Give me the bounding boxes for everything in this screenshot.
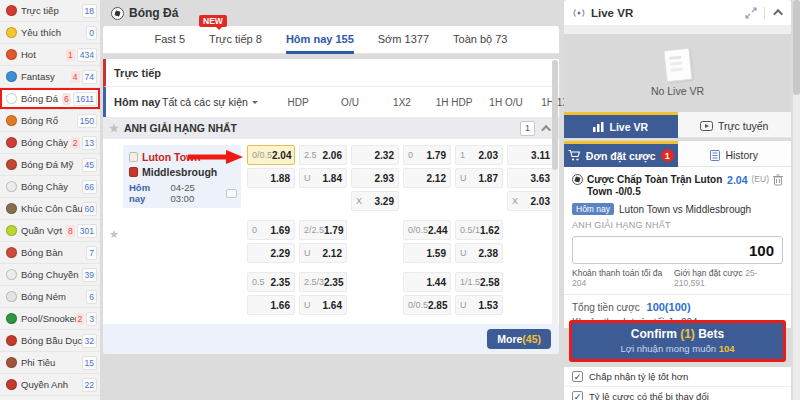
odds-cell[interactable]: X2.03 bbox=[507, 191, 555, 211]
sports-sidebar: Trực tiếp 18 Yêu thích 0 Hot 1 434 Fanta… bbox=[0, 0, 101, 400]
live-count-badge: 4 bbox=[71, 71, 80, 83]
baseball-icon bbox=[6, 137, 17, 148]
sidebar-item[interactable]: Bóng Chày 2 13 bbox=[0, 132, 100, 154]
odds-cell[interactable]: 1.59 bbox=[403, 243, 451, 263]
odds-cell[interactable]: 0/0.52.04 bbox=[247, 145, 295, 165]
sidebar-item[interactable]: Phi Tiêu 15 bbox=[0, 352, 100, 374]
odds-cell[interactable]: U2.38 bbox=[455, 243, 503, 263]
favorite-star-icon[interactable]: ★ bbox=[109, 123, 119, 134]
sidebar-item-label: Hot bbox=[21, 49, 66, 60]
sidebar-item[interactable]: Bóng Đá Mỹ 45 bbox=[0, 154, 100, 176]
sidebar-item[interactable]: Hot 1 434 bbox=[0, 44, 100, 66]
league-header[interactable]: ★ ANH GIẢI HẠNG NHẤT 1 bbox=[103, 117, 559, 139]
odds-cell[interactable]: 2/2.51.79 bbox=[299, 220, 347, 240]
odds-cell[interactable]: U1.84 bbox=[299, 168, 347, 188]
main-scrollbar[interactable] bbox=[552, 60, 558, 325]
sidebar-item-label: Trực tiếp bbox=[21, 5, 82, 16]
today-label: Hôm nay bbox=[114, 96, 162, 108]
odds-cell[interactable]: U1.87 bbox=[455, 168, 503, 188]
match-favorite-star-icon[interactable]: ★ bbox=[109, 229, 119, 240]
odds-cell[interactable]: 0.5/11.62 bbox=[455, 220, 503, 240]
odds-cell[interactable]: 2.52.06 bbox=[299, 145, 347, 165]
market-tab-4[interactable]: Toàn bộ 73 bbox=[453, 26, 507, 54]
sidebar-item[interactable]: Bóng Chày 66 bbox=[0, 176, 100, 198]
bar-chart-icon bbox=[593, 122, 604, 132]
sidebar-item[interactable]: Bóng Bầu Dục 32 bbox=[0, 330, 100, 352]
odds-cell[interactable]: U1.53 bbox=[455, 295, 503, 315]
page-scrollbar[interactable] bbox=[793, 0, 800, 400]
more-button[interactable]: More(45) bbox=[487, 329, 551, 349]
bet-option-label: Tỷ lệ cược có thể bị thay đổi bbox=[589, 391, 709, 400]
bet-odds: 2.04 bbox=[727, 174, 747, 186]
odds-cell[interactable]: 0/0.52.44 bbox=[403, 220, 451, 240]
sidebar-item[interactable]: Quyền Anh 22 bbox=[0, 374, 100, 396]
tab-live-vr[interactable]: Live VR bbox=[564, 112, 678, 138]
sidebar-item-label: Quyền Anh bbox=[21, 379, 82, 390]
sidebar-item[interactable]: Quần Vợt 8 301 bbox=[0, 220, 100, 242]
odds-cell[interactable]: 3.11 bbox=[507, 145, 555, 165]
odds-cell[interactable]: 2.93 bbox=[351, 168, 399, 188]
stats-icon[interactable] bbox=[226, 189, 237, 198]
bet-limit-label: Giới hạn đặt cược bbox=[674, 268, 743, 278]
sidebar-item[interactable]: Bóng Đá 6 1611 bbox=[0, 88, 100, 110]
checkbox-checked-icon[interactable]: ✓ bbox=[572, 391, 583, 400]
sidebar-item[interactable]: Yêu thích 0 bbox=[0, 22, 100, 44]
event-count-badge: 6 bbox=[86, 290, 97, 304]
main-content: Bóng Đá NEW Fast 5Trực tiếp 8Hôm nay 155… bbox=[103, 0, 559, 354]
sidebar-item-label: Fantasy bbox=[21, 71, 71, 82]
sidebar-item[interactable]: Bóng Chuyền 39 bbox=[0, 264, 100, 286]
cart-icon bbox=[568, 150, 581, 161]
odds-cell[interactable]: 1/1.52.58 bbox=[455, 272, 503, 292]
sidebar-item-label: Bóng Bầu Dục bbox=[21, 335, 82, 346]
odds-cell[interactable]: 01.69 bbox=[247, 220, 295, 240]
sidebar-item[interactable]: Bóng Ném 6 bbox=[0, 286, 100, 308]
odds-cell[interactable]: 2.5/32.35 bbox=[299, 272, 347, 292]
market-tab-3[interactable]: Sớm 1377 bbox=[378, 26, 429, 54]
odds-cell[interactable]: 12.03 bbox=[455, 145, 503, 165]
odds-cell[interactable]: 0/0.52.85 bbox=[403, 295, 451, 315]
bet-option-row-1[interactable]: ✓Tỷ lệ cược có thể bị thay đổi bbox=[564, 387, 791, 400]
odds-cell[interactable]: 1.44 bbox=[403, 272, 451, 292]
tab-bet-slip[interactable]: Đơn đặt cược 1 bbox=[564, 141, 678, 167]
sidebar-item[interactable]: Bóng Rổ 150 bbox=[0, 110, 100, 132]
odds-cell[interactable]: 2.32 bbox=[351, 145, 399, 165]
odds-cell[interactable]: U2.12 bbox=[299, 243, 347, 263]
odds-cell[interactable]: 1.88 bbox=[247, 168, 295, 188]
sidebar-item[interactable]: Trực tiếp 18 bbox=[0, 0, 100, 22]
away-team-crest-icon bbox=[129, 167, 138, 177]
odds-cell[interactable]: 2.29 bbox=[247, 243, 295, 263]
live-count-badge: 2 bbox=[76, 313, 85, 325]
column-header: HDP bbox=[274, 97, 322, 108]
collapse-chevron-icon[interactable] bbox=[773, 9, 783, 19]
expand-icon[interactable] bbox=[745, 7, 757, 19]
bet-option-row-0[interactable]: ✓Chấp nhận tỷ lệ tốt hơn bbox=[564, 367, 791, 387]
checkbox-checked-icon[interactable]: ✓ bbox=[572, 371, 583, 382]
sidebar-item[interactable]: Khúc Côn Cầu 60 bbox=[0, 198, 100, 220]
odds-cell[interactable]: 2.12 bbox=[403, 168, 451, 188]
confirm-bets-button[interactable]: Confirm (1) Bets Lợi nhuận mong muốn 104 bbox=[569, 320, 786, 362]
sidebar-item[interactable]: Bóng Bàn 7 bbox=[0, 242, 100, 264]
empty-paper-icon bbox=[663, 48, 692, 83]
cricket-icon bbox=[6, 181, 17, 192]
sidebar-item[interactable]: Pool/Snooker 2 3 bbox=[0, 308, 100, 330]
sidebar-item-label: Bóng Ném bbox=[21, 291, 86, 302]
odds-cell[interactable]: X3.29 bbox=[351, 191, 399, 211]
odds-cell[interactable]: 01.79 bbox=[403, 145, 451, 165]
stake-input[interactable]: 100 bbox=[572, 236, 783, 264]
tab-truc-tuyen[interactable]: Trực tuyến bbox=[678, 112, 792, 138]
collapse-chevron-icon[interactable] bbox=[541, 124, 551, 134]
odds-cell[interactable]: 1.66 bbox=[247, 295, 295, 315]
bet-teams: Luton Town vs Middlesbrough bbox=[619, 204, 751, 215]
market-tab-0[interactable]: Fast 5 bbox=[155, 26, 186, 54]
market-tab-2[interactable]: Hôm nay 155 bbox=[286, 26, 354, 54]
sidebar-item[interactable]: Fantasy 4 74 bbox=[0, 66, 100, 88]
event-filter-dropdown[interactable]: Tất cả các sự kiện bbox=[162, 96, 266, 108]
tab-history[interactable]: History bbox=[678, 141, 792, 167]
odds-cell[interactable]: 3.63 bbox=[507, 168, 555, 188]
odds-cell[interactable]: 0.52.35 bbox=[247, 272, 295, 292]
odds-cell[interactable]: U1.64 bbox=[299, 295, 347, 315]
page-title: Bóng Đá bbox=[103, 0, 559, 26]
section-live[interactable]: Trực tiếp bbox=[103, 59, 559, 87]
trash-icon[interactable] bbox=[773, 174, 783, 186]
flame-icon bbox=[6, 49, 17, 60]
